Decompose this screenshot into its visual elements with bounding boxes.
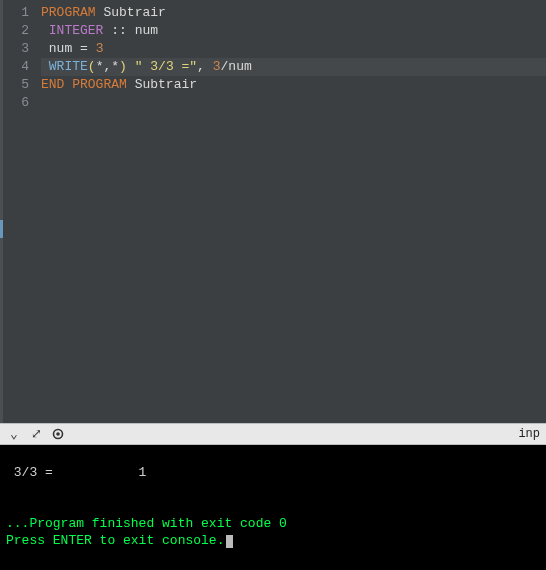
keyword: END PROGRAM (41, 77, 127, 92)
code-line-active[interactable]: WRITE(*,*) " 3/3 =", 3/num (41, 58, 546, 76)
type-keyword: INTEGER (49, 23, 104, 38)
code-editor[interactable]: 1 2 3 4 5 6 PROGRAM Subtrair INTEGER :: … (0, 0, 546, 423)
code-line[interactable]: num = 3 (41, 40, 546, 58)
terminal-line: Press ENTER to exit console. (6, 533, 224, 548)
string-literal: " 3/3 =" (135, 59, 197, 74)
line-number: 5 (3, 76, 29, 94)
identifier: Subtrair (135, 77, 197, 92)
code-line[interactable]: INTEGER :: num (41, 22, 546, 40)
line-number: 2 (3, 22, 29, 40)
code-line[interactable]: PROGRAM Subtrair (41, 4, 546, 22)
function-call: WRITE (49, 59, 88, 74)
code-area[interactable]: PROGRAM Subtrair INTEGER :: num num = 3 … (37, 0, 546, 423)
code-line[interactable] (41, 94, 546, 112)
input-label[interactable]: inp (518, 427, 540, 441)
number-literal: 3 (213, 59, 221, 74)
terminal-line: 3/3 = 1 (6, 465, 146, 480)
line-number: 3 (3, 40, 29, 58)
svg-point-2 (56, 432, 60, 436)
line-number: 1 (3, 4, 29, 22)
line-number-gutter: 1 2 3 4 5 6 (3, 0, 37, 423)
number-literal: 3 (96, 41, 104, 56)
code-line[interactable]: END PROGRAM Subtrair (41, 76, 546, 94)
line-number: 4 (3, 58, 29, 76)
terminal-output[interactable]: 3/3 = 1 ...Program finished with exit co… (0, 445, 546, 570)
terminal-cursor (226, 535, 233, 548)
line-number: 6 (3, 94, 29, 112)
identifier: num (228, 59, 251, 74)
identifier: num (135, 23, 158, 38)
terminal-line: ...Program finished with exit code 0 (6, 516, 287, 531)
identifier: Subtrair (103, 5, 165, 20)
keyword: PROGRAM (41, 5, 96, 20)
terminal-toolbar: ⌄ ⤢ inp (0, 423, 546, 445)
expand-icon[interactable]: ⤢ (28, 426, 44, 442)
left-edge-marker (0, 220, 3, 238)
stop-icon[interactable] (50, 426, 66, 442)
chevron-down-icon[interactable]: ⌄ (6, 426, 22, 442)
identifier: num (49, 41, 72, 56)
